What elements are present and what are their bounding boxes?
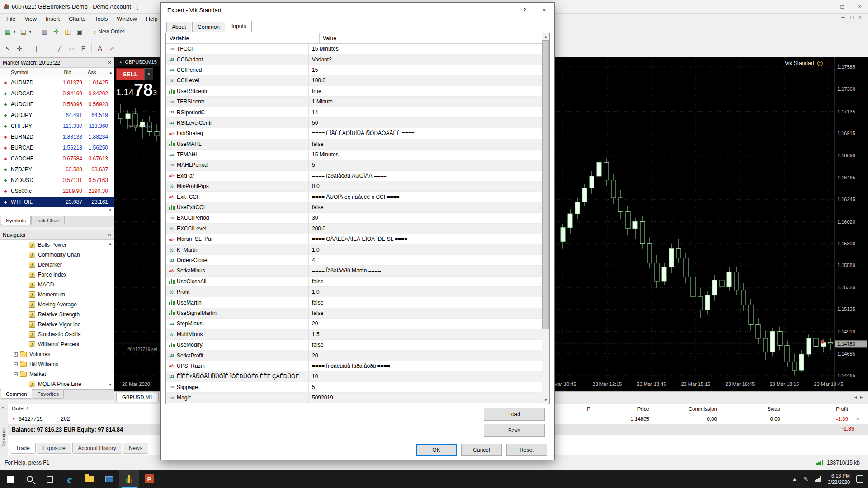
collapse-panel-icon[interactable]: ▲ (119, 60, 123, 64)
vertical-line-tool-icon[interactable]: | (31, 43, 42, 54)
menu-help[interactable]: Help (142, 14, 162, 23)
dialog-help-button[interactable]: ? (514, 3, 534, 17)
input-row-UseCloseAll[interactable]: UseCloseAllfalse (166, 277, 542, 287)
market-watch-row-AUDJPY[interactable]: ◆AUDJPY64.49164.519 (0, 110, 114, 121)
input-value[interactable]: false (309, 204, 542, 211)
input-row-UseMAHL[interactable]: UseMAHLfalse (166, 139, 542, 150)
navigator-item-force-index[interactable]: fForce Index (0, 270, 114, 280)
input-value[interactable]: true (309, 88, 542, 94)
save-button[interactable]: Save (484, 424, 545, 437)
input-value[interactable]: ==== Ïàðàìåòðû ÂÛÕÎÄÀ ==== (309, 173, 542, 179)
input-value[interactable]: false (309, 278, 542, 285)
market-watch-row-AUDCAD[interactable]: ◆AUDCAD0.841690.84202 (0, 88, 114, 99)
column-value[interactable]: Value (320, 35, 549, 42)
tray-expand-icon[interactable]: ▲ (792, 476, 797, 482)
start-button[interactable] (0, 470, 20, 488)
input-row-UseModify[interactable]: UseModifyfalse (166, 340, 542, 350)
terminal-toggle-button[interactable]: ▣ (74, 26, 85, 37)
input-row-IndiStrateg[interactable]: abIndiStrateg==== ÈÍÄÈÊÀÒÎÐÍÛÅ ÑÒÐÀÒÅÃÈÈ… (166, 128, 542, 139)
input-value[interactable]: false (309, 300, 542, 306)
menu-window[interactable]: Window (112, 14, 141, 23)
horizontal-line-tool-icon[interactable]: ― (42, 43, 53, 54)
mdi-minimize-button[interactable]: ─ (841, 14, 845, 20)
profiles-button[interactable]: ▤ (18, 26, 29, 37)
profiles-dropdown-icon[interactable]: ▼ (28, 30, 32, 34)
taskbar-explorer-button[interactable] (80, 470, 99, 488)
chart-tab-gbpusd[interactable]: GBPUSD,M1 (116, 393, 159, 402)
scrollbar-thumb[interactable] (542, 40, 549, 329)
menu-view[interactable]: View (20, 14, 41, 23)
input-value[interactable]: ==== ÂÛÕÎÄ èç ñäåëêè ñ CCI ==== (309, 194, 542, 200)
input-row-EXCCIPeriod[interactable]: 123EXCCIPeriod30 (166, 213, 542, 223)
navigator-item-williams-percent[interactable]: fWilliams' Percent (0, 339, 114, 349)
column-price[interactable]: Price (593, 404, 652, 413)
navigator-item-macd[interactable]: fMACD (0, 280, 114, 290)
input-row-SetkaMinus[interactable]: abSetkaMinus==== Ïàðàìåòðû Martin ==== (166, 266, 542, 276)
maximize-button[interactable]: □ (834, 0, 851, 13)
input-value[interactable]: ==== ÓÂÅËÈ×ÅÍÈÅ ËÎÒÀ ÏÐÈ SL ==== (309, 236, 542, 242)
input-row-RSIperiodC[interactable]: 123RSIperiodC14 (166, 107, 542, 117)
crosshair-tool-icon[interactable]: ✛ (14, 43, 25, 54)
dialog-tab-common[interactable]: Common (192, 22, 225, 32)
input-value[interactable]: 15 (309, 67, 542, 73)
input-value[interactable]: 5 (309, 384, 542, 390)
input-row-TFRSIcentr[interactable]: 123TFRSIcentr1 Minute (166, 97, 542, 107)
minimize-button[interactable]: ─ (816, 0, 834, 13)
data-window-button[interactable]: ✛ (51, 26, 61, 37)
close-button[interactable]: × (851, 0, 868, 13)
input-value[interactable]: 1.5 (309, 331, 542, 338)
task-view-button[interactable] (40, 470, 60, 488)
input-value[interactable]: false (309, 141, 542, 147)
navigator-item-demarker[interactable]: fDeMarker (0, 260, 114, 270)
sell-button[interactable]: SELL (116, 68, 144, 80)
taskbar-clock[interactable]: 6:13 PM 3/23/2020 (828, 473, 850, 485)
input-row-MAHLPeriod[interactable]: 123MAHLPeriod5 (166, 160, 542, 170)
input-value[interactable]: ==== Ïàðàìåòðû Martin ==== (309, 267, 542, 274)
navigator-close-icon[interactable]: × (108, 232, 111, 238)
input-value[interactable]: 100.0 (309, 77, 542, 84)
input-value[interactable]: ==== Îñòàëüíûå Ïàðàìåòðû ==== (309, 363, 542, 369)
input-row-UseMartin[interactable]: UseMartinfalse (166, 297, 542, 308)
input-row-Exit_CCI[interactable]: abExit_CCI==== ÂÛÕÎÄ èç ñäåëêè ñ CCI ===… (166, 192, 542, 202)
navigator-tab-favorites[interactable]: Favorites (33, 390, 64, 399)
navigator-item-market[interactable]: −Market (0, 369, 114, 379)
navigator-item-mqlta-price-line[interactable]: fMQLTA Price Line (0, 379, 114, 389)
new-order-button[interactable]: ↕ New Order (90, 28, 128, 36)
new-chart-button[interactable]: ▦ (2, 26, 13, 37)
menu-file[interactable]: File (2, 14, 20, 23)
scroll-down-icon[interactable]: ▼ (108, 208, 112, 212)
market-watch-close-icon[interactable]: × (108, 60, 111, 66)
dialog-tab-about[interactable]: About (166, 22, 191, 32)
market-watch-row-US500.c[interactable]: ◆US500.c2289.902290.30 (0, 186, 114, 197)
navigator-item-momentum[interactable]: fMomentum (0, 290, 114, 300)
navigator-item-moving-average[interactable]: fMoving Average (0, 300, 114, 310)
navigator-scroll-down-icon[interactable]: ▼ (108, 383, 112, 387)
input-value[interactable]: false (309, 342, 542, 348)
input-row-TFCCI[interactable]: 123TFCCI15 Minutes (166, 44, 542, 54)
input-value[interactable]: 20 (309, 320, 542, 327)
market-watch-row-AUDCHF[interactable]: ◆AUDCHF0.568960.56923 (0, 99, 114, 110)
input-value[interactable]: Variant2 (309, 56, 542, 63)
inputs-scrollbar[interactable]: ▲ ▼ (542, 33, 549, 404)
text-tool-icon[interactable]: A (94, 43, 105, 54)
navigator-tab-common[interactable]: Common (1, 389, 32, 399)
input-row-CCIVariant[interactable]: 123CCIVariantVariant2 (166, 54, 542, 65)
market-watch-row-NZDUSD[interactable]: ◆NZDUSD0.571310.57163 (0, 175, 114, 186)
input-value[interactable]: 10 (309, 373, 542, 380)
input-row-OrdersClose[interactable]: 123OrdersClose4 (166, 255, 542, 266)
cancel-button[interactable]: Cancel (461, 444, 502, 456)
column-profit[interactable]: Profit (783, 404, 851, 413)
input-row-ExitPar[interactable]: abExitPar==== Ïàðàìåòðû ÂÛÕÎÄÀ ==== (166, 171, 542, 181)
terminal-tab-exposure[interactable]: Exposure (37, 443, 71, 454)
input-value[interactable]: 15 Minutes (309, 46, 542, 52)
navigator-item-relative-strength[interactable]: fRelative Strength (0, 310, 114, 319)
arrows-tool-icon[interactable]: ↗ (106, 43, 117, 54)
market-watch-row-NZDJPY[interactable]: ◆NZDJPY63.58863.637 (0, 164, 114, 175)
lot-dropdown-icon[interactable]: ▼ (144, 68, 153, 80)
column-order[interactable]: Order / (8, 406, 28, 411)
input-row-UseExitCCI[interactable]: UseExitCCIfalse (166, 202, 542, 213)
mdi-close-button[interactable]: × (859, 14, 862, 20)
input-row-Martin_SL_Par[interactable]: abMartin_SL_Par==== ÓÂÅËÈ×ÅÍÈÅ ËÎÒÀ ÏÐÈ … (166, 234, 542, 244)
input-value[interactable]: 5 (309, 162, 542, 168)
load-button[interactable]: Load (484, 408, 545, 421)
